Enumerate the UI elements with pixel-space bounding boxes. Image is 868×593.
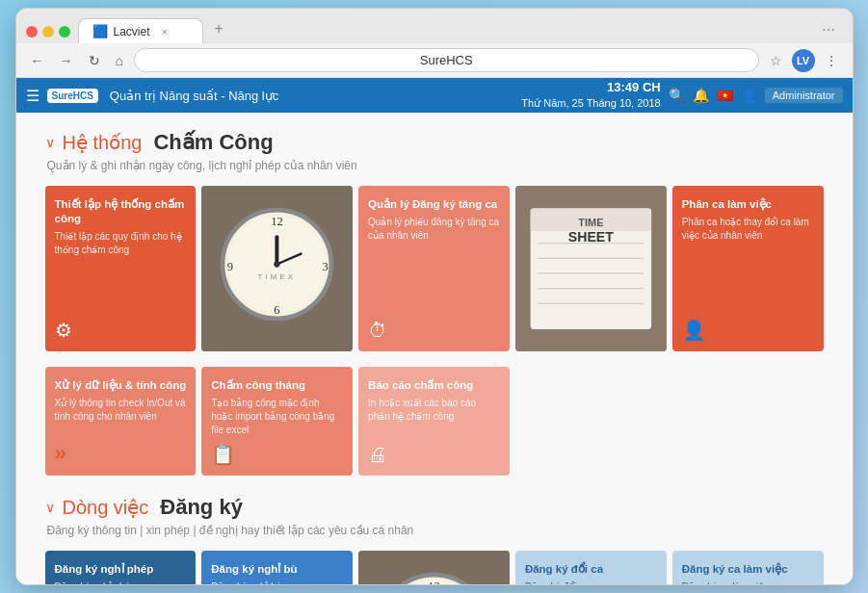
svg-point-10 <box>275 261 280 267</box>
tile-ca-lam-viec-desc: Đăng ký ca làm việc <box>682 580 814 584</box>
tile-ca-lam-viec-title: Đăng ký ca làm việc <box>682 562 814 577</box>
header-right: 13:49 CH Thứ Năm, 25 Tháng 10, 2018 🔍 🔔 … <box>521 80 842 110</box>
tile-cham-cong-thang-icon: 📋 <box>211 443 235 466</box>
tile-cham-cong-thang[interactable]: Chấm công tháng Tạo bảng công mặc định h… <box>201 367 353 476</box>
address-bar[interactable]: SureHCS <box>134 48 759 72</box>
refresh-button[interactable]: ↻ <box>84 50 105 71</box>
browser-window: 🟦 Lacviet × + ⋯ ← → ↻ ⌂ SureHCS ☆ LV ⋮ ☰… <box>15 8 854 585</box>
tile-xu-ly-desc: Xử lý thông tin check In/Out và tính côn… <box>55 397 187 424</box>
tile-ca-lam-viec[interactable]: Đăng ký ca làm việc Đăng ký ca làm việc … <box>672 551 824 584</box>
tile-xu-ly-title: Xử lý dữ liệu & tính công <box>55 378 187 393</box>
search-icon-button[interactable]: 🔍 <box>669 88 685 103</box>
tab-more-button[interactable]: ⋯ <box>814 18 843 41</box>
tile-xu-ly[interactable]: Xử lý dữ liệu & tính công Xử lý thông ti… <box>45 367 197 476</box>
title-bar: 🟦 Lacviet × + ⋯ <box>16 9 853 43</box>
svg-text:6: 6 <box>275 303 280 317</box>
maximize-button[interactable] <box>59 26 70 38</box>
nav-right: ☆ LV ⋮ <box>765 49 843 72</box>
empty-tile-2 <box>672 367 824 476</box>
tile-doi-ca[interactable]: Đăng ký đổi ca Đăng ký đổi ca ↻ <box>515 551 667 584</box>
language-flag[interactable]: 🇻🇳 <box>717 88 733 103</box>
section1-title-light: Hệ thống <box>63 131 143 154</box>
close-button[interactable] <box>26 26 38 38</box>
tile-bao-cao-title: Báo cáo chấm công <box>368 378 500 393</box>
tile-cham-cong-thang-desc: Tạo bảng công mặc định hoặc import bảng … <box>211 397 343 437</box>
svg-text:12: 12 <box>428 580 440 584</box>
svg-text:9: 9 <box>227 260 233 273</box>
tile-doi-ca-desc: Đăng ký đổi ca <box>525 580 657 584</box>
tile-doi-ca-title: Đăng ký đổi ca <box>525 562 657 577</box>
tile-phan-ca-title: Phân ca làm việc <box>682 197 814 212</box>
app-time: 13:49 CH Thứ Năm, 25 Tháng 10, 2018 <box>521 80 660 110</box>
minimize-button[interactable] <box>42 26 54 38</box>
tile-bao-cao-icon: 🖨 <box>368 444 387 466</box>
section2-header: ∨ Dòng việc Đăng ký <box>45 495 824 520</box>
tile-bao-cao[interactable]: Báo cáo chấm công In hoặc xuất các báo c… <box>358 367 510 476</box>
traffic-lights <box>26 26 70 38</box>
tile-nghi-bu[interactable]: Đăng ký nghỉ bù Đăng ký nghỉ bù 1 › <box>201 551 353 584</box>
clock-svg: 12 3 6 9 TIMEX <box>201 186 353 351</box>
empty-tile-1 <box>515 367 667 476</box>
date-display: Thứ Năm, 25 Tháng 10, 2018 <box>521 96 660 110</box>
tile-cham-cong-thang-title: Chấm công tháng <box>211 378 343 393</box>
clock-svg-2: 12 3 6 9 TIMEX <box>358 551 510 584</box>
tile-grid-row3: Đăng ký nghỉ phép Đăng ký nghỉ phép © Đă… <box>45 551 824 584</box>
user-icon-button[interactable]: 👤 <box>741 88 757 103</box>
home-button[interactable]: ⌂ <box>111 50 128 71</box>
more-options-button[interactable]: ⋮ <box>820 50 843 71</box>
app-logo: SureHCS <box>47 89 98 103</box>
tab-close-button[interactable]: × <box>162 26 168 38</box>
nav-title: Quản trị Năng suất - Năng lực <box>110 89 521 103</box>
main-content: ∨ Hệ thống Chấm Công Quản lý & ghi nhận … <box>16 113 853 584</box>
section2-title-bold: Đăng ký <box>160 495 243 520</box>
section1-toggle[interactable]: ∨ <box>45 135 55 150</box>
time-display: 13:49 CH <box>521 80 660 96</box>
svg-text:TIME: TIME <box>578 217 603 228</box>
bookmark-button[interactable]: ☆ <box>765 50 787 71</box>
tile-timesheet-photo: TIME SHEET <box>515 186 667 351</box>
section2: ∨ Dòng việc Đăng ký Đăng ký thông tin | … <box>45 495 824 584</box>
back-button[interactable]: ← <box>26 50 49 71</box>
profile-button[interactable]: LV <box>792 49 815 72</box>
tile-grid-row1: Thiết lập hệ thống chấm công Thiết lập c… <box>45 186 824 351</box>
section2-subtitle: Đăng ký thông tin | xin phép | đề nghị h… <box>47 524 824 537</box>
svg-text:TIMEX: TIMEX <box>258 272 297 281</box>
svg-text:3: 3 <box>323 260 329 273</box>
tile-bao-cao-desc: In hoặc xuất các báo cáo phần hệ chấm cô… <box>368 397 500 424</box>
section2-title-light: Dòng việc <box>63 496 149 519</box>
tile-nghi-bu-title: Đăng ký nghỉ bù <box>211 562 343 577</box>
logo-icon: SureHCS <box>47 89 98 103</box>
section1-subtitle: Quản lý & ghi nhận ngày công, lịch nghỉ … <box>47 159 824 172</box>
tile-clock-photo-2: 12 3 6 9 TIMEX <box>358 551 510 584</box>
admin-label[interactable]: Administrator <box>765 88 843 103</box>
tile-tang-ca-title: Quản lý Đăng ký tăng ca <box>368 197 500 212</box>
tab-favicon-icon: 🟦 <box>92 24 108 39</box>
svg-text:SHEET: SHEET <box>568 229 614 245</box>
section1-title-bold: Chấm Công <box>153 130 273 155</box>
timesheet-svg: TIME SHEET <box>515 186 667 351</box>
tile-thiet-lap-title: Thiết lập hệ thống chấm công <box>55 197 187 226</box>
tile-nghi-phep[interactable]: Đăng ký nghỉ phép Đăng ký nghỉ phép © <box>45 551 197 584</box>
section1-header: ∨ Hệ thống Chấm Công <box>45 130 824 155</box>
tile-clock-photo: 12 3 6 9 TIMEX <box>201 186 353 351</box>
tile-thiet-lap-desc: Thiết lập các quy định cho hệ thống chấm… <box>55 230 187 257</box>
tile-tang-ca[interactable]: Quản lý Đăng ký tăng ca Quản lý phiếu đă… <box>358 186 510 351</box>
tile-xu-ly-icon: » <box>55 441 66 466</box>
section2-toggle[interactable]: ∨ <box>45 500 55 515</box>
tab-bar: 🟦 Lacviet × + <box>78 16 231 43</box>
new-tab-button[interactable]: + <box>207 16 231 41</box>
forward-button[interactable]: → <box>55 50 78 71</box>
app-header: ☰ SureHCS Quản trị Năng suất - Năng lực … <box>16 78 853 113</box>
tile-nghi-phep-title: Đăng ký nghỉ phép <box>55 562 187 577</box>
svg-text:12: 12 <box>271 215 283 228</box>
tile-nghi-bu-desc: Đăng ký nghỉ bù <box>211 580 343 584</box>
active-tab[interactable]: 🟦 Lacviet × <box>78 18 203 43</box>
tile-tang-ca-icon: ⏱ <box>368 320 387 342</box>
tile-thiet-lap[interactable]: Thiết lập hệ thống chấm công Thiết lập c… <box>45 186 197 351</box>
hamburger-icon[interactable]: ☰ <box>26 87 39 105</box>
tile-phan-ca-desc: Phân ca hoặc thay đổi ca làm việc của nh… <box>682 216 814 243</box>
tile-tang-ca-desc: Quản lý phiếu đăng ký tăng ca của nhân v… <box>368 216 500 243</box>
tile-phan-ca[interactable]: Phân ca làm việc Phân ca hoặc thay đổi c… <box>672 186 824 351</box>
notification-icon-button[interactable]: 🔔 <box>693 88 709 103</box>
nav-bar: ← → ↻ ⌂ SureHCS ☆ LV ⋮ <box>16 43 853 78</box>
